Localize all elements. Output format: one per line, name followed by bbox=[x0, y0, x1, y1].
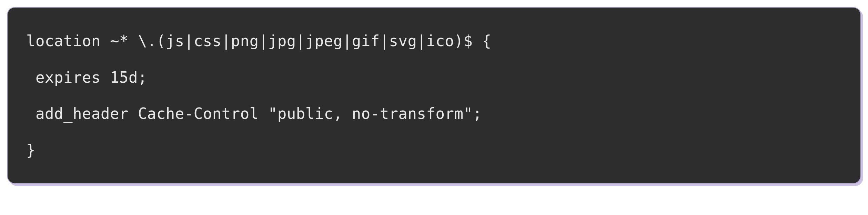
code-line: add_header Cache-Control "public, no-tra… bbox=[26, 95, 842, 132]
code-block: location ~* \.(js|css|png|jpg|jpeg|gif|s… bbox=[7, 7, 861, 184]
code-line: expires 15d; bbox=[26, 59, 842, 96]
code-line: } bbox=[26, 132, 842, 168]
code-line: location ~* \.(js|css|png|jpg|jpeg|gif|s… bbox=[26, 23, 842, 59]
